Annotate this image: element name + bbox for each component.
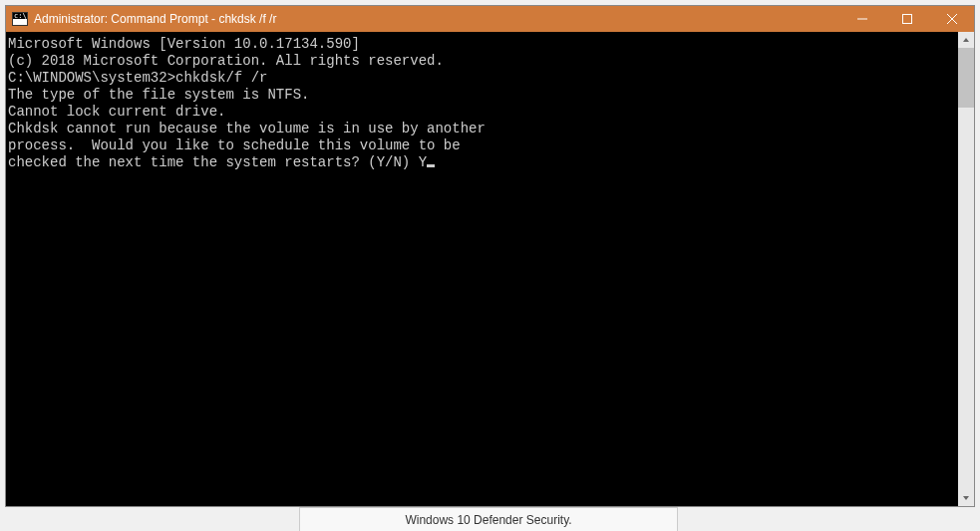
command-prompt-window: c:\ Administrator: Command Prompt - chkd… bbox=[5, 5, 975, 507]
svg-marker-4 bbox=[963, 38, 969, 42]
svg-marker-5 bbox=[963, 496, 969, 500]
svg-rect-1 bbox=[902, 15, 911, 24]
titlebar[interactable]: c:\ Administrator: Command Prompt - chkd… bbox=[6, 6, 974, 32]
scrollbar[interactable] bbox=[958, 32, 974, 506]
minimize-button[interactable] bbox=[839, 6, 884, 32]
cmd-icon: c:\ bbox=[12, 12, 28, 26]
close-button[interactable] bbox=[929, 6, 974, 32]
scroll-up-button[interactable] bbox=[958, 32, 974, 48]
terminal-line: Cannot lock current drive. bbox=[8, 104, 958, 121]
window-title: Administrator: Command Prompt - chkdsk /… bbox=[34, 12, 839, 26]
terminal-line: The type of the file system is NTFS. bbox=[8, 87, 958, 104]
terminal-line: Microsoft Windows [Version 10.0.17134.59… bbox=[8, 36, 958, 53]
terminal-output[interactable]: Microsoft Windows [Version 10.0.17134.59… bbox=[6, 32, 958, 506]
terminal-line: (c) 2018 Microsoft Corporation. All righ… bbox=[8, 53, 958, 70]
maximize-button[interactable] bbox=[884, 6, 929, 32]
terminal-area: Microsoft Windows [Version 10.0.17134.59… bbox=[6, 32, 974, 506]
terminal-line: C:\WINDOWS\system32>chkdsk/f /r bbox=[8, 70, 958, 87]
terminal-line: process. Would you like to schedule this… bbox=[8, 137, 958, 154]
scroll-thumb[interactable] bbox=[958, 48, 974, 108]
window-controls bbox=[839, 6, 974, 32]
taskbar-item[interactable]: Windows 10 Defender Security. bbox=[299, 507, 678, 531]
scroll-down-button[interactable] bbox=[958, 490, 974, 506]
taskbar-label: Windows 10 Defender Security. bbox=[405, 513, 571, 527]
terminal-line: checked the next time the system restart… bbox=[8, 154, 958, 171]
cursor bbox=[427, 164, 435, 167]
terminal-line: Chkdsk cannot run because the volume is … bbox=[8, 121, 958, 137]
